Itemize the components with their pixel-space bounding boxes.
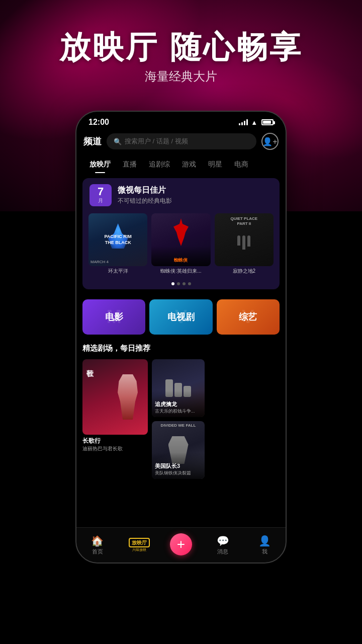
user-add-button[interactable]: 👤+ bbox=[261, 133, 279, 150]
drama-zhui-name: 追虎擒龙 bbox=[155, 400, 202, 408]
phone-notch bbox=[151, 112, 211, 126]
wifi-icon: ▲ bbox=[251, 119, 257, 126]
profile-icon: 👤 bbox=[258, 535, 271, 547]
date-month: 月 bbox=[94, 197, 108, 204]
app-logo: 频道 bbox=[83, 135, 102, 147]
phone-mockup: 12:00 ▲ 频道 🔍 搜索用户 / 话题 / 视频 bbox=[75, 111, 287, 564]
featured-title-section: 微视每日佳片 不可错过的经典电影 bbox=[118, 185, 172, 205]
date-badge: 7 月 bbox=[89, 184, 112, 206]
featured-title: 微视每日佳片 bbox=[118, 185, 172, 196]
poster-pacific-label: 环太平洋 bbox=[88, 268, 147, 274]
tab-game[interactable]: 游戏 bbox=[176, 156, 202, 173]
drama-cap-name: 美国队长3 bbox=[155, 462, 202, 470]
dot-3 bbox=[183, 282, 186, 285]
category-movie-label: 电影 bbox=[105, 311, 123, 323]
content-area: 7 月 微视每日佳片 不可错过的经典电影 PACIFIC RIMTHE BLAC… bbox=[76, 173, 286, 485]
nav-plus[interactable]: + bbox=[160, 533, 202, 557]
tab-ecommerce[interactable]: 电商 bbox=[228, 156, 254, 173]
search-placeholder: 搜索用户 / 话题 / 视频 bbox=[125, 137, 188, 146]
search-bar[interactable]: 🔍 搜索用户 / 话题 / 视频 bbox=[107, 133, 256, 149]
poster-pacific-rim[interactable]: PACIFIC RIMTHE BLACK MARCH 4 环太平洋 bbox=[88, 213, 147, 274]
drama-list: 长歌行 长歌行 迪丽热巴与君长歌 bbox=[76, 356, 286, 485]
plus-button[interactable]: + bbox=[170, 533, 192, 555]
poster-spiderman[interactable]: 蜘蛛侠 蜘蛛侠:英雄归来... bbox=[151, 213, 210, 274]
tab-drama[interactable]: 追剧综 bbox=[143, 156, 176, 173]
featured-header: 7 月 微视每日佳片 不可错过的经典电影 bbox=[82, 178, 280, 209]
dot-2 bbox=[177, 282, 180, 285]
drama-changge-name: 长歌行 bbox=[82, 437, 148, 445]
drama-changge[interactable]: 长歌行 bbox=[82, 359, 148, 435]
category-row: M 电影 V 电视剧 V 综艺 bbox=[76, 294, 286, 340]
drama-small-column: 追虎擒龙 古天乐的权钱斗争... DIVIDED WE FALL bbox=[152, 359, 205, 479]
hero-title: 放映厅 随心畅享 bbox=[0, 30, 362, 64]
status-time: 12:00 bbox=[88, 118, 109, 127]
hero-section: 放映厅 随心畅享 海量经典大片 bbox=[0, 30, 362, 85]
carousel-dots bbox=[82, 280, 280, 289]
nav-fanying[interactable]: 放映厅 六味放映 bbox=[118, 538, 160, 552]
dot-1 bbox=[171, 282, 174, 285]
search-icon: 🔍 bbox=[114, 138, 122, 145]
phone-screen: 12:00 ▲ 频道 🔍 搜索用户 / 话题 / 视频 bbox=[76, 112, 286, 562]
signal-icon bbox=[239, 119, 248, 125]
poster-quiet-label: 寂静之地2 bbox=[215, 268, 274, 274]
nav-tabs: 放映厅 直播 追剧综 游戏 明星 电商 bbox=[76, 154, 286, 173]
nav-home-label: 首页 bbox=[92, 548, 103, 555]
drama-changge-container[interactable]: 长歌行 长歌行 迪丽热巴与君长歌 bbox=[82, 359, 148, 479]
nav-profile-label: 我 bbox=[262, 548, 267, 555]
home-icon: 🏠 bbox=[91, 535, 104, 547]
tab-fanying[interactable]: 放映厅 bbox=[83, 156, 117, 173]
tab-live[interactable]: 直播 bbox=[117, 156, 143, 173]
battery-icon bbox=[261, 119, 274, 125]
nav-message-label: 消息 bbox=[217, 548, 228, 555]
drama-cap-container[interactable]: DIVIDED WE FALL 美国队长3 美队钢铁侠决裂篇 bbox=[152, 421, 205, 479]
drama-cap-desc: 美队钢铁侠决裂篇 bbox=[155, 470, 202, 476]
message-icon: 💬 bbox=[217, 535, 229, 547]
drama-zhui[interactable]: 追虎擒龙 古天乐的权钱斗争... bbox=[152, 359, 205, 417]
featured-card[interactable]: 7 月 微视每日佳片 不可错过的经典电影 PACIFIC RIMTHE BLAC… bbox=[82, 178, 280, 289]
nav-fanying-sub: 六味放映 bbox=[132, 547, 146, 552]
nav-profile[interactable]: 👤 我 bbox=[244, 535, 286, 555]
date-day: 7 bbox=[94, 186, 108, 197]
posters-row: PACIFIC RIMTHE BLACK MARCH 4 环太平洋 蜘蛛侠 bbox=[82, 209, 280, 280]
category-tv-label: 电视剧 bbox=[167, 311, 195, 323]
drama-changge-desc: 迪丽热巴与君长歌 bbox=[82, 445, 148, 452]
drama-zhui-container[interactable]: 追虎擒龙 古天乐的权钱斗争... bbox=[152, 359, 205, 417]
drama-zhui-desc: 古天乐的权钱斗争... bbox=[155, 409, 202, 414]
tab-star[interactable]: 明星 bbox=[202, 156, 228, 173]
nav-home[interactable]: 🏠 首页 bbox=[76, 535, 118, 555]
dot-4 bbox=[188, 282, 191, 285]
poster-spiderman-label: 蜘蛛侠:英雄归来... bbox=[151, 268, 210, 274]
user-add-icon: 👤+ bbox=[262, 137, 277, 146]
category-tv[interactable]: V 电视剧 bbox=[149, 299, 212, 335]
app-header: 频道 🔍 搜索用户 / 话题 / 视频 👤+ bbox=[76, 129, 286, 154]
category-variety-label: 综艺 bbox=[239, 311, 257, 323]
status-icons: ▲ bbox=[239, 119, 274, 126]
drama-cap[interactable]: DIVIDED WE FALL 美国队长3 美队钢铁侠决裂篇 bbox=[152, 421, 205, 479]
section-title: 精选剧场，每日推荐 bbox=[76, 340, 286, 356]
plus-icon: + bbox=[177, 536, 185, 552]
category-movie[interactable]: M 电影 bbox=[82, 299, 145, 335]
nav-message[interactable]: 💬 消息 bbox=[202, 535, 244, 555]
nav-fanying-box: 放映厅 bbox=[129, 538, 150, 547]
hero-subtitle: 海量经典大片 bbox=[0, 68, 362, 85]
featured-subtitle: 不可错过的经典电影 bbox=[118, 197, 172, 205]
poster-quiet-place[interactable]: QUIET PLACEPART II 寂静之地2 bbox=[215, 213, 274, 274]
category-variety[interactable]: V 综艺 bbox=[217, 299, 280, 335]
bottom-nav: 🏠 首页 放映厅 六味放映 + 💬 消息 bbox=[76, 527, 286, 562]
